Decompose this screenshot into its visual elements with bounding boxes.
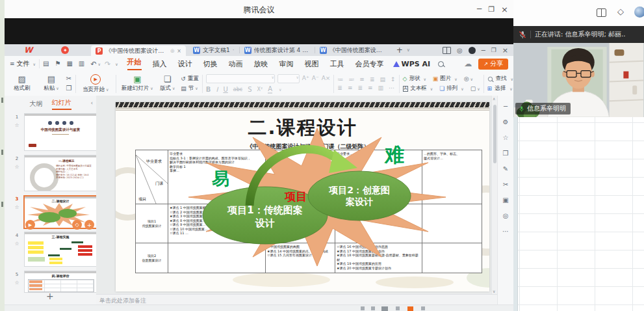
align-left-icon[interactable]: ≣: [337, 85, 342, 91]
font-size-select[interactable]: ∨: [277, 74, 300, 83]
shadow-button[interactable]: S: [248, 87, 251, 93]
underline-button[interactable]: U: [223, 87, 227, 93]
menu-tab-design[interactable]: 设计: [178, 59, 192, 69]
browser-split-icon[interactable]: [597, 8, 606, 17]
bullet-list-icon[interactable]: ≔: [337, 77, 343, 83]
select-button[interactable]: ⊞ 选择∨: [487, 85, 513, 92]
star-icon[interactable]: ☆: [12, 164, 21, 170]
bold-button[interactable]: B: [206, 87, 211, 93]
slide[interactable]: 二.课程设计 《中国传统图案设计与鉴赏》门课（二级矩阵） 毕业要求 门课 项目 …: [116, 102, 489, 291]
star-icon[interactable]: ☆: [12, 122, 21, 128]
scroll-down-arrow[interactable]: ∨: [493, 289, 495, 293]
status-view-read-icon[interactable]: [381, 306, 388, 311]
increase-font-icon[interactable]: A⁺: [302, 75, 309, 81]
decrease-font-icon[interactable]: A⁻: [312, 75, 319, 81]
save-icon[interactable]: ▤: [43, 61, 49, 67]
menu-collapse-chevron[interactable]: ∨: [115, 62, 118, 66]
notes-bar[interactable]: 单击此处添加备注: [96, 294, 497, 305]
slide-thumbnail-2[interactable]: 一.课程概况 课程名称: 中国传统图案设计与鉴赏 授课对象: 人文艺术系 课程性…: [24, 155, 97, 191]
ai-new-slide-button[interactable]: ◇: [72, 220, 82, 230]
copy-style-icon[interactable]: ❐: [503, 145, 509, 161]
layout-button[interactable]: ❏ 版式∨: [155, 75, 179, 92]
tab-close-icon[interactable]: ×: [177, 48, 181, 54]
redo-icon[interactable]: ↷: [105, 61, 110, 68]
favorites-icon[interactable]: ☆: [503, 129, 509, 145]
align-right-icon[interactable]: ≣: [357, 85, 363, 91]
outline-tab[interactable]: 大纲: [30, 100, 43, 109]
menu-tab-slideshow[interactable]: 放映: [254, 59, 268, 69]
browser-profile-avatar[interactable]: [634, 7, 644, 18]
menu-tab-member[interactable]: 会员专享: [355, 59, 384, 69]
outdent-icon[interactable]: ≡: [359, 77, 365, 83]
copy-icon[interactable]: ❐: [66, 85, 72, 92]
textbox-button[interactable]: A 文本框∨: [403, 85, 433, 92]
doc-tab-presentation[interactable]: P 《中国传统图案设计与鉴赏》 ◎ ×: [91, 46, 186, 56]
wps-minimize-button[interactable]: ─: [482, 47, 485, 54]
picture-button[interactable]: ▣ 图片∨: [433, 75, 457, 83]
slide-thumbnail-4[interactable]: 三.课程实施: [24, 232, 97, 267]
menu-tab-home[interactable]: 开始: [127, 57, 142, 70]
status-play-icon[interactable]: [407, 306, 413, 311]
menu-tab-insert[interactable]: 插入: [153, 59, 167, 69]
star-icon[interactable]: ☆: [12, 241, 21, 247]
menu-tab-animation[interactable]: 动画: [229, 59, 243, 69]
status-view-normal-icon[interactable]: [361, 306, 365, 310]
docer-icon[interactable]: ✦: [61, 46, 69, 54]
new-slide-button[interactable]: ▣ 新建幻灯片∨: [120, 75, 155, 92]
doc-tab-lesson-design[interactable]: W 传统图案设计第 4 次课教学整体设计: [240, 44, 315, 56]
status-view-sorter-icon[interactable]: [371, 306, 375, 310]
star-icon[interactable]: ☆: [12, 280, 21, 286]
smart-graphic-icon[interactable]: ◎∨: [464, 76, 473, 82]
add-slide-bottom-button[interactable]: +: [46, 291, 54, 301]
menu-tab-view[interactable]: 视图: [305, 59, 319, 69]
slide-thumbnail-5[interactable]: 四.课程评价: [24, 271, 97, 293]
font-color-button[interactable]: A: [268, 86, 272, 94]
menu-tab-transition[interactable]: 切换: [203, 59, 218, 69]
maximize-button[interactable]: ❐: [488, 5, 495, 14]
italic-button[interactable]: I: [216, 87, 218, 93]
paste-button[interactable]: ▤ 粘贴∨: [36, 75, 66, 92]
scrollbar-thumb[interactable]: [493, 105, 496, 163]
strikethrough-button[interactable]: abc: [233, 87, 242, 92]
star-icon[interactable]: ☆: [12, 204, 21, 210]
indent-icon[interactable]: ≣: [370, 77, 375, 83]
starburst-graphic[interactable]: 项目 易 难 项目1：传统图案 设计 项目2：创意图 案设计: [187, 128, 448, 268]
text-direction-icon[interactable]: ▤: [380, 77, 385, 83]
justify-icon[interactable]: ≡: [368, 85, 373, 91]
browser-extension-icon[interactable]: ◇: [617, 7, 624, 16]
speaker-video[interactable]: 信息系辛明明: [513, 43, 644, 117]
tab-list-chevron[interactable]: ∨: [407, 47, 410, 53]
add-slide-button[interactable]: +: [84, 220, 94, 230]
slides-tab[interactable]: 幻灯片: [52, 98, 71, 110]
undo-chevron[interactable]: ∨: [98, 62, 101, 66]
status-zoom-in-icon[interactable]: [421, 306, 425, 310]
play-slide-button[interactable]: ▶: [25, 220, 35, 230]
comment-icon[interactable]: ✎: [503, 161, 508, 176]
find-button[interactable]: 查找∨: [487, 75, 513, 83]
undo-icon[interactable]: ↶: [90, 61, 96, 68]
cloud-sync-icon[interactable]: ☁: [464, 60, 472, 68]
clear-format-icon[interactable]: A×: [322, 75, 331, 81]
print-preview-icon[interactable]: ▥: [79, 61, 84, 67]
superscript-button[interactable]: X²: [257, 87, 263, 92]
more-tools-icon[interactable]: ⋯: [502, 223, 509, 239]
menu-tab-tools[interactable]: 工具: [330, 59, 344, 69]
format-painter-button[interactable]: ▨ 格式刷: [7, 75, 36, 92]
play-from-current-button[interactable]: ▶ 当页开始∨: [79, 74, 112, 94]
slide-thumbnail-1[interactable]: 中国传统图案设计与鉴赏: [24, 113, 97, 151]
wps-home-logo[interactable]: W: [24, 46, 32, 55]
wps-ai-button[interactable]: WPS AI: [393, 60, 431, 68]
doc-tab-syllabus[interactable]: W 《中国传统图案设计与鉴赏》教学大纲: [315, 44, 390, 56]
file-menu[interactable]: ≡ 文件 ∨: [10, 59, 36, 68]
minimize-button[interactable]: ─: [477, 5, 482, 14]
shape-button[interactable]: ◇ 形状∨: [403, 75, 426, 83]
status-zoom-out-icon[interactable]: [396, 306, 400, 310]
doc-tab-doc1[interactable]: W 文字文稿1 ·: [188, 44, 239, 56]
search-icon[interactable]: [438, 61, 444, 67]
line-spacing-icon[interactable]: ↕: [391, 77, 396, 83]
collapse-panel-chevron[interactable]: ‹: [90, 100, 93, 106]
cut-icon[interactable]: ✂: [66, 75, 72, 82]
close-button[interactable]: ×: [501, 5, 508, 14]
share-button[interactable]: ↗ 分享: [478, 59, 508, 70]
arrange-button[interactable]: ❏ 排列∨: [439, 85, 463, 92]
